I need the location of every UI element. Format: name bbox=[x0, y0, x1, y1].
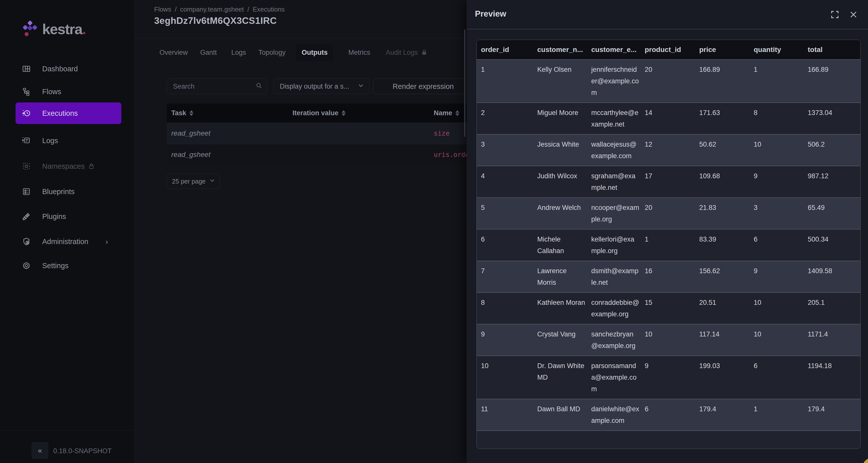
preview-column-header: total bbox=[808, 40, 861, 60]
preview-cell-quantity: 9 bbox=[754, 261, 808, 292]
breadcrumb-separator: / bbox=[247, 5, 249, 13]
render-expression-button[interactable]: Render expression bbox=[373, 79, 473, 94]
preview-cell-customer-email: sanchezbryan@example.org bbox=[591, 324, 645, 356]
outputs-column-iteration-value[interactable]: Iteration value bbox=[276, 103, 362, 123]
preview-cell-product-id: 6 bbox=[645, 399, 699, 430]
preview-cell-customer-name: Dr. Dawn White MD bbox=[537, 356, 591, 399]
preview-cell-total: 1373.04 bbox=[808, 103, 861, 134]
tab-gantt[interactable]: Gantt bbox=[195, 44, 222, 61]
preview-table-row: 6Michele Callahankellerlori@example.org1… bbox=[477, 229, 861, 261]
preview-cell-customer-email: jenniferschneider@example.com bbox=[591, 60, 645, 103]
lock-icon bbox=[88, 163, 95, 170]
kestra-logo-icon bbox=[21, 20, 39, 38]
preview-cell-total: 1409.58 bbox=[808, 261, 861, 292]
preview-cell-product-id: 10 bbox=[645, 324, 699, 356]
display-output-select[interactable]: Display output for a s... bbox=[274, 79, 369, 94]
preview-cell-quantity: 10 bbox=[754, 134, 808, 166]
tab-outputs[interactable]: Outputs bbox=[296, 44, 333, 61]
task-cell: read_gsheet bbox=[171, 151, 211, 159]
sidebar-item-flows[interactable]: Flows bbox=[16, 81, 121, 102]
outputs-table-row[interactable]: read_gsheetsize bbox=[167, 123, 478, 144]
sidebar-footer: « 0.18.0-SNAPSHOT bbox=[0, 430, 135, 463]
preview-cell-customer-name: Michele Callahan bbox=[537, 229, 591, 261]
kestra-logo[interactable]: kestra. bbox=[21, 20, 127, 38]
preview-cell-quantity: 9 bbox=[754, 166, 808, 197]
sidebar-item-blueprints[interactable]: Blueprints bbox=[16, 181, 121, 203]
version-label: 0.18.0-SNAPSHOT bbox=[53, 447, 112, 455]
fullscreen-icon[interactable] bbox=[829, 9, 840, 20]
tab-label: Overview bbox=[159, 49, 188, 57]
close-icon[interactable] bbox=[847, 8, 860, 21]
sidebar-item-label: Logs bbox=[42, 136, 58, 145]
logs-icon bbox=[22, 136, 31, 145]
sort-icon bbox=[455, 110, 459, 116]
executions-icon bbox=[22, 109, 31, 118]
sidebar-item-namespaces[interactable]: Namespaces bbox=[16, 155, 121, 177]
preview-cell-quantity: 1 bbox=[754, 60, 808, 103]
preview-cell-order-id: 5 bbox=[477, 197, 537, 229]
preview-cell-order-id: 2 bbox=[477, 103, 537, 134]
preview-cell-customer-email: wallacejesus@example.com bbox=[591, 134, 645, 166]
sidebar-item-plugins[interactable]: Plugins bbox=[16, 206, 121, 227]
sidebar-item-executions[interactable]: Executions bbox=[16, 102, 121, 124]
breadcrumb-item[interactable]: Flows bbox=[154, 5, 171, 13]
preview-cell-total: 205.1 bbox=[808, 292, 861, 324]
sidebar-item-settings[interactable]: Settings bbox=[16, 255, 121, 276]
preview-cell-price: 166.89 bbox=[699, 60, 754, 103]
preview-cell-product-id: 20 bbox=[645, 197, 699, 229]
tab-overview[interactable]: Overview bbox=[154, 44, 193, 61]
sidebar-item-dashboard[interactable]: Dashboard bbox=[16, 58, 121, 80]
preview-cell-order-id: 8 bbox=[477, 292, 537, 324]
breadcrumb-item[interactable]: Executions bbox=[253, 5, 285, 13]
tab-logs[interactable]: Logs bbox=[226, 44, 252, 61]
tab-metrics[interactable]: Metrics bbox=[343, 44, 376, 61]
sidebar-item-administration[interactable]: Administration› bbox=[16, 231, 121, 252]
column-label: Task bbox=[171, 109, 186, 117]
administration-icon bbox=[22, 237, 31, 246]
sort-icon bbox=[189, 110, 193, 116]
breadcrumb-item[interactable]: company.team.gsheet bbox=[180, 5, 244, 13]
preview-cell-price: 83.39 bbox=[699, 229, 754, 261]
preview-cell-total: 987.12 bbox=[808, 166, 861, 197]
preview-cell-total: 179.4 bbox=[808, 399, 861, 430]
preview-column-header: order_id bbox=[477, 40, 537, 60]
preview-column-header: customer_n... bbox=[537, 40, 591, 60]
per-page-select[interactable]: 25 per page bbox=[167, 174, 219, 189]
preview-table-row: 3Jessica Whitewallacejesus@example.com12… bbox=[477, 134, 861, 166]
breadcrumb-separator: / bbox=[175, 5, 177, 13]
preview-cell-price: 117.14 bbox=[699, 324, 754, 356]
tab-topology[interactable]: Topology bbox=[253, 44, 291, 61]
preview-cell-customer-name: Kathleen Moran bbox=[537, 292, 591, 324]
sidebar-collapse-button[interactable]: « bbox=[32, 442, 48, 459]
preview-drawer: Preview order_idcustomer_n...customer_e.… bbox=[467, 0, 868, 463]
sidebar-item-label: Plugins bbox=[42, 212, 66, 221]
preview-cell-customer-email: kellerlori@example.org bbox=[591, 229, 645, 261]
preview-column-header: customer_e... bbox=[591, 40, 645, 60]
preview-cell-quantity: 8 bbox=[754, 103, 808, 134]
tab-label: Logs bbox=[231, 49, 246, 57]
preview-cell-customer-email: mccarthylee@example.net bbox=[591, 103, 645, 134]
preview-cell-product-id: 20 bbox=[645, 60, 699, 103]
preview-cell-order-id: 7 bbox=[477, 261, 537, 292]
sidebar-item-label: Executions bbox=[42, 109, 78, 118]
preview-cell-customer-email: conraddebbie@example.org bbox=[591, 292, 645, 324]
outputs-column-task[interactable]: Task bbox=[171, 103, 193, 123]
preview-cell-quantity: 10 bbox=[754, 324, 808, 356]
preview-table-card: order_idcustomer_n...customer_e...produc… bbox=[476, 40, 861, 449]
outputs-column-name[interactable]: Name bbox=[434, 103, 459, 123]
tab-audit-logs: Audit Logs bbox=[380, 44, 433, 61]
preview-cell-customer-name: Miguel Moore bbox=[537, 103, 591, 134]
search-input[interactable] bbox=[167, 83, 250, 90]
sidebar-item-logs[interactable]: Logs bbox=[16, 130, 121, 151]
preview-cell-product-id: 14 bbox=[645, 103, 699, 134]
search-input-wrapper bbox=[167, 79, 267, 94]
main-scrollbar-thumb[interactable] bbox=[464, 29, 465, 137]
column-label: Name bbox=[434, 109, 452, 117]
chevron-down-icon bbox=[357, 82, 365, 91]
sidebar-item-label: Blueprints bbox=[42, 188, 74, 196]
preview-cell-total: 166.89 bbox=[808, 60, 861, 103]
outputs-table-row[interactable]: read_gsheeturis.orde bbox=[167, 144, 478, 165]
preview-cell-order-id: 6 bbox=[477, 229, 537, 261]
preview-cell-customer-name: Andrew Welch bbox=[537, 197, 591, 229]
preview-cell-price: 20.51 bbox=[699, 292, 754, 324]
